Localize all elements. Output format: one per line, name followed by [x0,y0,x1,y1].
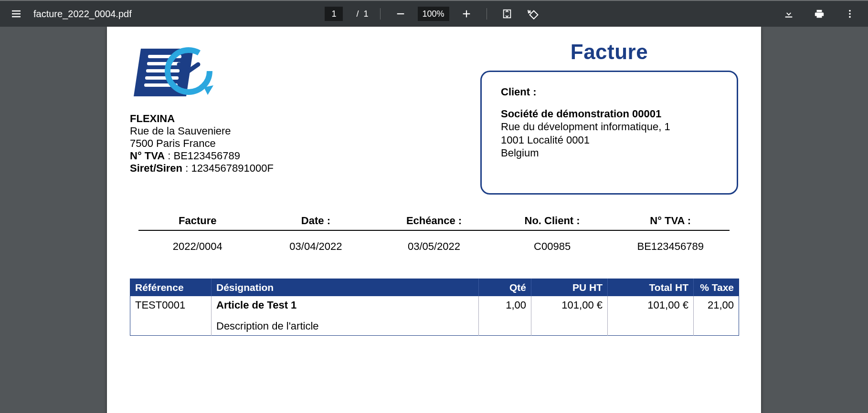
company-address1: Rue de la Sauveniere [130,125,302,137]
print-icon[interactable] [811,5,828,22]
client-address2: 1001 Localité 0001 [501,134,718,147]
col-totalht: Total HT [608,279,694,297]
document-title: Facture [571,40,648,64]
meta-val-date: 03/04/2022 [257,240,375,253]
cell-des: Article de Test 1 [212,296,479,314]
vat-label: N° TVA [130,150,165,162]
company-block: FLEXINA Rue de la Sauveniere 7500 Paris … [130,40,302,175]
meta-head-facture: Facture [138,215,257,227]
download-icon[interactable] [780,5,797,22]
table-row: Description de l'article [130,314,739,336]
svg-rect-13 [147,62,180,65]
more-icon[interactable] [841,5,858,22]
client-name: Société de démonstration 00001 [501,107,718,121]
fit-page-icon[interactable] [498,5,516,22]
pdf-toolbar: facture_2022_0004.pdf / 1 100% [0,0,868,27]
client-address1: Rue du dévelopment informatique, 1 [501,120,718,134]
client-country: Belgium [501,146,718,160]
svg-rect-14 [146,69,180,72]
col-qte: Qté [479,279,531,297]
menu-icon[interactable] [8,5,25,22]
zoom-out-icon[interactable] [392,5,409,22]
cell-ref: TEST0001 [130,296,212,314]
meta-val-facture: 2022/0004 [138,240,257,253]
meta-head-echeance: Echéance : [375,215,493,227]
col-reference: Référence [130,279,212,297]
company-name: FLEXINA [130,113,175,124]
meta-head-client: No. Client : [493,215,612,227]
svg-point-11 [849,16,851,18]
page-total: / 1 [356,9,368,19]
page-number-input[interactable] [325,7,343,21]
invoice-meta: Facture Date : Echéance : No. Client : N… [130,212,738,256]
svg-point-10 [849,13,851,15]
meta-val-client: C00985 [493,240,612,253]
meta-val-tva: BE123456789 [611,240,730,253]
meta-val-echeance: 03/05/2022 [375,240,493,253]
svg-point-9 [849,10,851,12]
cell-desc2: Description de l'article [212,314,479,336]
separator [487,8,487,20]
cell-pu: 101,00 € [531,296,608,314]
rotate-icon[interactable] [524,5,541,22]
items-table: Référence Désignation Qté PU HT Total HT… [130,279,739,336]
pdf-page: FLEXINA Rue de la Sauveniere 7500 Paris … [107,27,761,413]
company-logo [130,40,218,107]
svg-rect-15 [145,76,179,80]
separator [380,8,381,20]
filename: facture_2022_0004.pdf [33,9,132,20]
company-address2: 7500 Paris France [130,137,302,150]
col-taxe: % Taxe [694,279,739,297]
cell-tax: 21,00 [694,296,739,314]
cell-qty: 1,00 [479,296,531,314]
svg-rect-7 [529,11,538,19]
meta-head-tva: N° TVA : [611,215,730,227]
vat-value: BE123456789 [174,150,240,162]
svg-rect-8 [785,17,793,18]
cell-total: 101,00 € [608,296,694,314]
col-designation: Désignation [212,279,479,297]
pdf-viewport[interactable]: FLEXINA Rue de la Sauveniere 7500 Paris … [0,27,868,413]
client-label: Client : [501,85,718,99]
siret-label: Siret/Siren [130,162,182,174]
zoom-level[interactable]: 100% [418,7,449,21]
meta-head-date: Date : [257,215,375,227]
col-puht: PU HT [531,279,608,297]
table-row: TEST0001 Article de Test 1 1,00 101,00 €… [130,296,739,314]
zoom-in-icon[interactable] [458,5,475,22]
client-box: Client : Société de démonstration 00001 … [480,71,738,195]
siret-value: 1234567891000F [191,162,274,174]
